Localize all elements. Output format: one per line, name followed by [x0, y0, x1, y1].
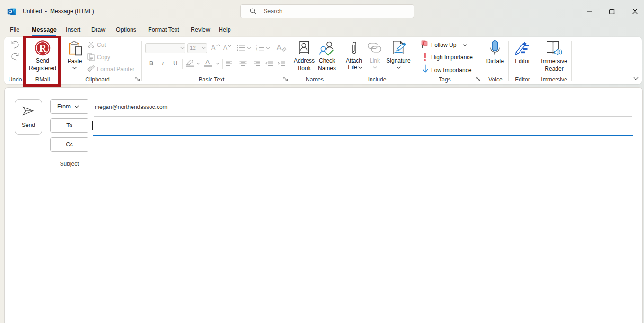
- svg-text:3: 3: [256, 49, 257, 51]
